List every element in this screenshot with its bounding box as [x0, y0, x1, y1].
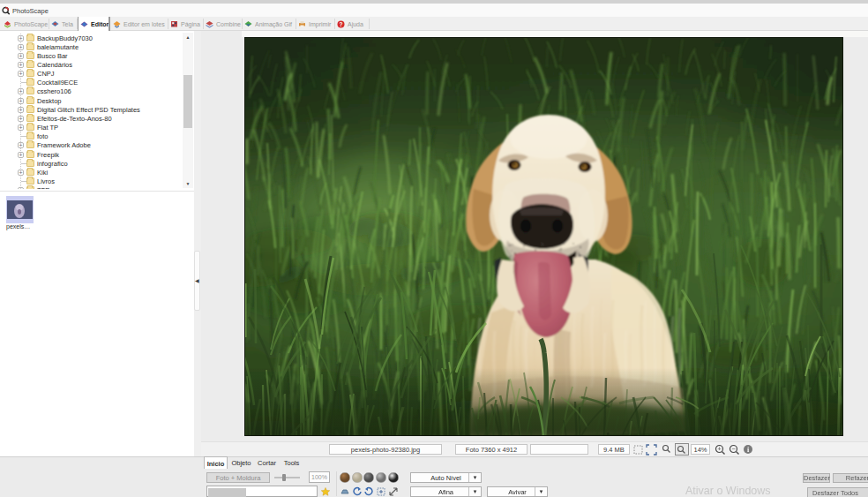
svg-text:?: ?: [340, 20, 343, 26]
svg-text:−: −: [731, 446, 735, 452]
svg-text:+: +: [717, 446, 721, 452]
